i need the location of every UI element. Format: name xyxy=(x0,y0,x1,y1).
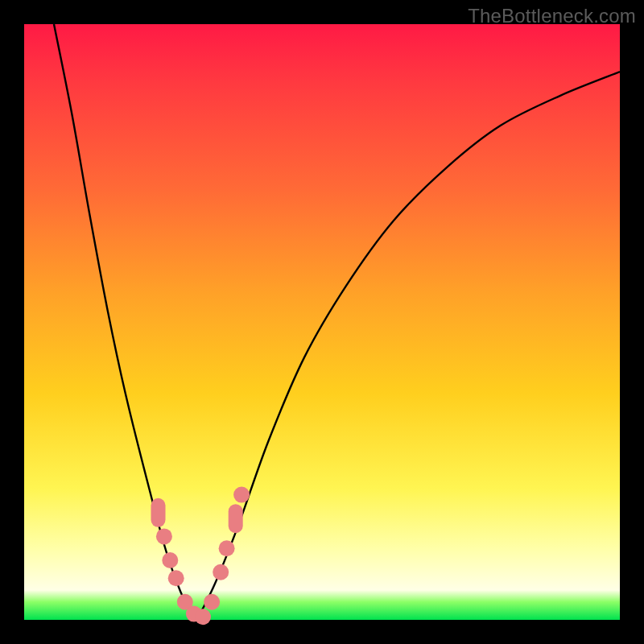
data-marker xyxy=(168,570,184,586)
curve-right-branch xyxy=(197,72,620,620)
watermark-text: TheBottleneck.com xyxy=(468,5,636,27)
curve-layer xyxy=(54,24,620,620)
data-marker xyxy=(233,487,250,503)
chart-svg xyxy=(24,24,620,620)
data-marker xyxy=(151,498,166,527)
data-marker xyxy=(213,564,229,580)
data-marker xyxy=(156,528,172,544)
data-marker xyxy=(162,552,178,568)
data-marker xyxy=(219,540,235,556)
curve-left-branch xyxy=(54,24,197,620)
chart-frame: TheBottleneck.com xyxy=(0,0,644,644)
data-marker xyxy=(229,504,243,533)
plot-area xyxy=(24,24,620,620)
data-marker xyxy=(204,594,220,610)
marker-layer xyxy=(151,487,250,625)
data-marker xyxy=(195,609,211,625)
